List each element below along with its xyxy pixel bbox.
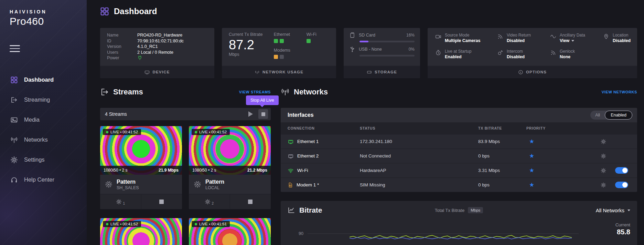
interface-settings-gear-icon[interactable] — [601, 153, 606, 159]
streams-count: 4 Streams — [105, 111, 127, 117]
interface-settings-gear-icon[interactable] — [601, 139, 606, 144]
sidebar-item-label: Settings — [24, 156, 45, 163]
priority-star-icon[interactable]: ★ — [529, 167, 534, 174]
ethernet-modems-block: Ethernet Modems — [274, 32, 307, 66]
interface-settings-gear-icon[interactable] — [601, 168, 606, 173]
wifi-label: Wi-Fi — [307, 32, 329, 37]
priority-star-icon[interactable]: ★ — [529, 153, 534, 159]
sidebar-item-help-center[interactable]: Help Center — [0, 170, 87, 190]
brand-product-name: Pro460 — [10, 16, 87, 27]
interface-enable-toggle[interactable] — [615, 167, 628, 174]
option-live-at-startup: Live at StartupEnabled — [435, 49, 494, 65]
device-row: Users2 Local / 0 Remote — [107, 50, 207, 55]
storage-drive-icon — [367, 70, 372, 75]
sd-card-percent: 16% — [406, 33, 415, 38]
sidebar-item-label: Streaming — [24, 96, 50, 103]
stream-bitrate: 21.9 Mbps — [159, 168, 179, 173]
stream-profile-number: 2 — [212, 202, 214, 205]
tx-bitrate-label: Current Tx Bitrate — [229, 32, 274, 37]
stop-icon — [261, 112, 265, 116]
stream-thumbnail[interactable]: LIVE • 00:41:52 1080i50 • 2 s21.9 Mbps — [100, 126, 182, 175]
stream-stop-button[interactable] — [141, 194, 182, 209]
sd-card-progress-bar — [359, 41, 415, 42]
network-usage-card-footer[interactable]: NETWORK USAGE — [222, 66, 336, 78]
streams-toolbar: 4 Streams — [100, 108, 271, 120]
stream-settings-button[interactable]: 1 — [100, 194, 141, 209]
sidebar-nav: Dashboard Streaming Media Networks Setti… — [0, 70, 87, 190]
view-streams-link[interactable]: VIEW STREAMS — [239, 90, 271, 94]
priority-star-icon[interactable]: ★ — [529, 138, 534, 145]
device-row: Version4.1.0_RC1 — [107, 44, 207, 50]
modems-status-squares — [274, 55, 307, 59]
summary-cards: NamePRO420-RD_Hardware ID70:98:10:61:02:… — [100, 28, 637, 78]
broadcast-icon — [105, 181, 112, 188]
stop-all-streams-button[interactable] — [258, 109, 268, 119]
wifi-icon — [288, 167, 294, 174]
stream-info: PatternLOCAL — [189, 175, 271, 194]
tx-bitrate-unit: Mbps — [229, 52, 274, 57]
sidebar-item-dashboard[interactable]: Dashboard — [0, 70, 87, 90]
interface-settings-gear-icon[interactable] — [601, 182, 606, 188]
option-label: Source Mode — [445, 33, 481, 38]
sidebar-item-streaming[interactable]: Streaming — [0, 90, 87, 110]
stream-thumbnail[interactable]: LIVE • 00:41:52 1080i50 • 2 s21.2 Mbps — [189, 126, 271, 175]
stream-meta-bar: 1080i50 • 2 s21.9 Mbps — [100, 166, 182, 175]
live-badge: LIVE • 00:41:51 — [192, 221, 230, 227]
table-row-wifi[interactable]: Wi-Fi HardwareAP 3.31 Mbps ★ — [281, 163, 637, 177]
ethernet1-status-square — [274, 39, 278, 43]
ethernet-label: Ethernet — [274, 32, 307, 37]
stream-stop-button[interactable] — [230, 194, 271, 209]
stream-thumbnail[interactable]: LIVE • 00:41:51 — [189, 218, 271, 245]
stream-card-footer: 1 — [100, 194, 182, 209]
bitrate-line-chart: 9070 — [281, 220, 637, 245]
usb-progress-bar — [359, 55, 415, 57]
wifi-status-square — [307, 39, 311, 43]
streams-section: Streams VIEW STREAMS Stop All Live 4 Str… — [100, 86, 271, 245]
network-selector-dropdown[interactable]: All Networks — [596, 207, 630, 213]
start-all-streams-button[interactable] — [248, 111, 253, 117]
networks-title: Networks — [294, 88, 328, 96]
option-source-mode: Source ModeMultiple Cameras — [435, 33, 494, 49]
stream-profile-number: 1 — [123, 202, 125, 205]
gear-icon — [205, 199, 211, 205]
interface-enable-toggle[interactable] — [615, 182, 628, 188]
filter-enabled-button[interactable]: Enabled — [605, 111, 632, 120]
stream-bitrate: 21.2 Mbps — [247, 168, 267, 173]
option-value: Disabled — [613, 38, 631, 44]
table-row-modem1[interactable]: Modem 1 * SIM Missing 0 bps ★ — [281, 177, 637, 192]
device-card-footer[interactable]: DEVICE — [100, 66, 214, 78]
menu-toggle-button[interactable] — [10, 45, 20, 52]
storage-card-footer[interactable]: STORAGE — [344, 66, 420, 78]
table-row-ethernet2[interactable]: Ethernet 2 Not Connected 0 bps ★ — [281, 149, 637, 163]
options-card-footer[interactable]: OPTIONS — [428, 66, 637, 78]
svg-text:90: 90 — [299, 231, 303, 236]
stream-card: LIVE • 00:41:51 — [189, 218, 271, 245]
filter-all-button[interactable]: All — [590, 111, 605, 120]
live-badge: LIVE • 00:41:52 — [192, 129, 230, 135]
sidebar-item-settings[interactable]: Settings — [0, 150, 87, 170]
option-value-dropdown[interactable]: View — [560, 38, 585, 44]
option-genlock: GenlockNone — [550, 49, 600, 65]
sidebar-item-media[interactable]: Media — [0, 110, 87, 130]
view-networks-link[interactable]: VIEW NETWORKS — [602, 90, 637, 94]
clock-icon — [435, 49, 441, 56]
sidebar-item-networks[interactable]: Networks — [0, 130, 87, 150]
page-header: Dashboard — [100, 0, 637, 23]
page-title: Dashboard — [114, 7, 157, 16]
interfaces-panel: Interfaces All Enabled CONNECTION STATUS… — [281, 108, 637, 192]
stream-settings-button[interactable]: 2 — [189, 194, 230, 209]
sidebar: HAIVISION Pro460 Dashboard Streaming Med… — [0, 0, 87, 245]
network-selector-value: All Networks — [596, 207, 624, 213]
wifi-block: Wi-Fi — [307, 32, 329, 66]
live-timer: LIVE • 00:41:52 — [110, 130, 138, 134]
stream-thumbnail[interactable]: LIVE • 00:41:52 — [100, 218, 182, 245]
interface-status: HardwareAP — [360, 168, 478, 173]
option-value: Enabled — [445, 54, 471, 60]
table-row-ethernet1[interactable]: Ethernet 1 172.30.241.180 83.9 Mbps ★ — [281, 134, 637, 149]
option-label: Intercom — [507, 49, 525, 54]
main-content: Dashboard NamePRO420-RD_Hardware ID70:98… — [87, 0, 644, 245]
stream-format: 1080i50 • 2 s — [104, 168, 128, 173]
priority-star-icon[interactable]: ★ — [529, 182, 534, 188]
stream-cards-grid: LIVE • 00:41:52 1080i50 • 2 s21.9 Mbps P… — [100, 126, 271, 245]
stream-meta-bar: 1080i50 • 2 s21.2 Mbps — [189, 166, 271, 175]
